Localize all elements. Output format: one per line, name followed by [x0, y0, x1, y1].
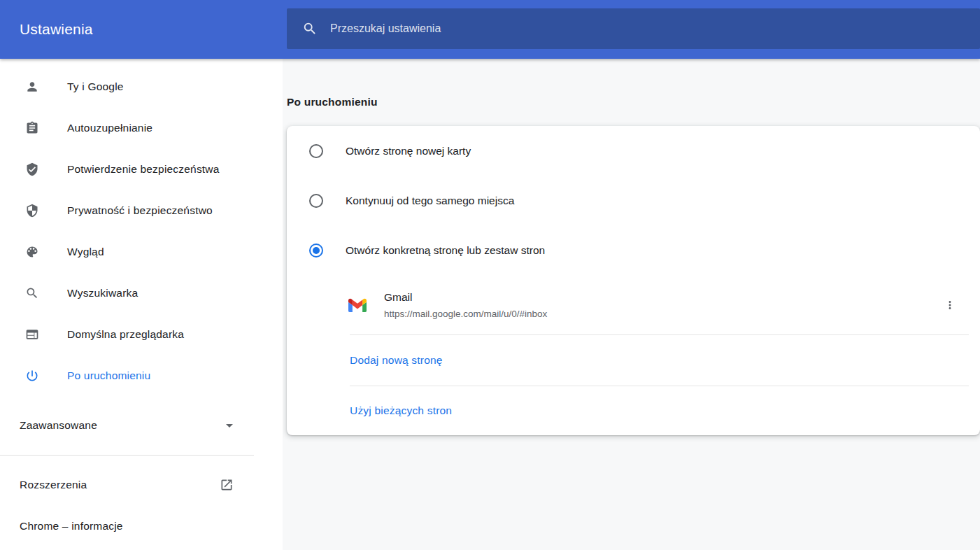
sidebar-item-label: Autouzupełnianie [67, 122, 152, 134]
shield-check-icon [25, 162, 39, 176]
shield-half-icon [25, 204, 39, 218]
startup-page-url: https://mail.google.com/mail/u/0/#inbox [384, 309, 547, 319]
sidebar-item-on-startup[interactable]: Po uruchomieniu [0, 355, 283, 396]
palette-icon [25, 245, 39, 259]
on-startup-card: Otwórz stronę nowej karty Kontynuuj od t… [287, 126, 980, 435]
use-current-pages-link[interactable]: Użyj bieżących stron [350, 404, 452, 417]
sidebar-item-label: Wyszukiwarka [67, 287, 138, 299]
radio-button-selected[interactable] [309, 244, 323, 258]
sidebar-item-default-browser[interactable]: Domyślna przeglądarka [0, 313, 283, 355]
sidebar-item-label: Domyślna przeglądarka [67, 328, 184, 341]
radio-option-open-new-tab[interactable]: Otwórz stronę nowej karty [287, 126, 980, 176]
radio-option-label: Kontynuuj od tego samego miejsca [346, 195, 514, 207]
radio-button-unselected[interactable] [309, 194, 323, 208]
browser-window-icon [25, 327, 39, 341]
radio-option-label: Otwórz konkretną stronę lub zestaw stron [346, 244, 545, 257]
search-input[interactable] [330, 22, 966, 35]
clipboard-icon [25, 121, 39, 135]
sidebar-item-safety-check[interactable]: Potwierdzenie bezpieczeństwa [0, 148, 283, 190]
sidebar-item-label: Potwierdzenie bezpieczeństwa [67, 163, 220, 176]
chevron-down-icon [221, 417, 238, 434]
sidebar-item-privacy-security[interactable]: Prywatność i bezpieczeństwo [0, 190, 283, 231]
settings-search-bar[interactable] [287, 8, 980, 49]
advanced-label: Zaawansowane [20, 419, 97, 432]
extensions-label: Rozszerzenia [20, 479, 87, 491]
sidebar-item-label: Ty i Google [67, 80, 124, 93]
sidebar-item-appearance[interactable]: Wygląd [0, 231, 283, 272]
magnifier-icon [25, 286, 39, 300]
power-icon [25, 369, 39, 383]
gmail-icon [348, 298, 367, 312]
kebab-menu-icon [944, 299, 956, 311]
settings-sidebar: Ty i Google Autouzupełnianie Potwierdzen… [0, 59, 283, 550]
sidebar-item-autofill[interactable]: Autouzupełnianie [0, 107, 283, 148]
app-header: Ustawienia [0, 0, 980, 59]
sidebar-divider [0, 455, 254, 456]
person-icon [25, 80, 39, 94]
about-chrome-label: Chrome – informacje [20, 520, 123, 533]
startup-page-info: Gmail https://mail.google.com/mail/u/0/#… [384, 291, 547, 319]
radio-option-label: Otwórz stronę nowej karty [346, 145, 471, 157]
sidebar-item-label: Wygląd [67, 246, 104, 258]
use-current-pages-row[interactable]: Użyj bieżących stron [287, 386, 980, 435]
startup-page-more-button[interactable] [939, 294, 961, 316]
sidebar-item-about-chrome[interactable]: Chrome – informacje [0, 505, 283, 547]
radio-button-unselected[interactable] [309, 144, 323, 158]
sidebar-item-extensions[interactable]: Rozszerzenia [0, 464, 283, 505]
sidebar-item-search-engine[interactable]: Wyszukiwarka [0, 272, 283, 313]
add-new-page-row[interactable]: Dodaj nową stronę [287, 335, 980, 386]
page-title: Ustawienia [20, 21, 93, 38]
radio-option-open-specific-pages[interactable]: Otwórz konkretną stronę lub zestaw stron [287, 225, 980, 275]
open-in-new-icon [220, 478, 234, 492]
radio-option-continue-where-left-off[interactable]: Kontynuuj od tego samego miejsca [287, 176, 980, 225]
sidebar-advanced-toggle[interactable]: Zaawansowane [0, 404, 283, 446]
sidebar-item-you-and-google[interactable]: Ty i Google [0, 66, 283, 107]
search-icon [302, 21, 318, 36]
startup-page-title: Gmail [384, 291, 547, 304]
startup-page-row: Gmail https://mail.google.com/mail/u/0/#… [287, 275, 980, 334]
add-new-page-link[interactable]: Dodaj nową stronę [350, 354, 443, 367]
sidebar-item-label: Po uruchomieniu [67, 369, 150, 382]
sidebar-item-label: Prywatność i bezpieczeństwo [67, 204, 213, 217]
section-title: Po uruchomieniu [287, 96, 378, 108]
